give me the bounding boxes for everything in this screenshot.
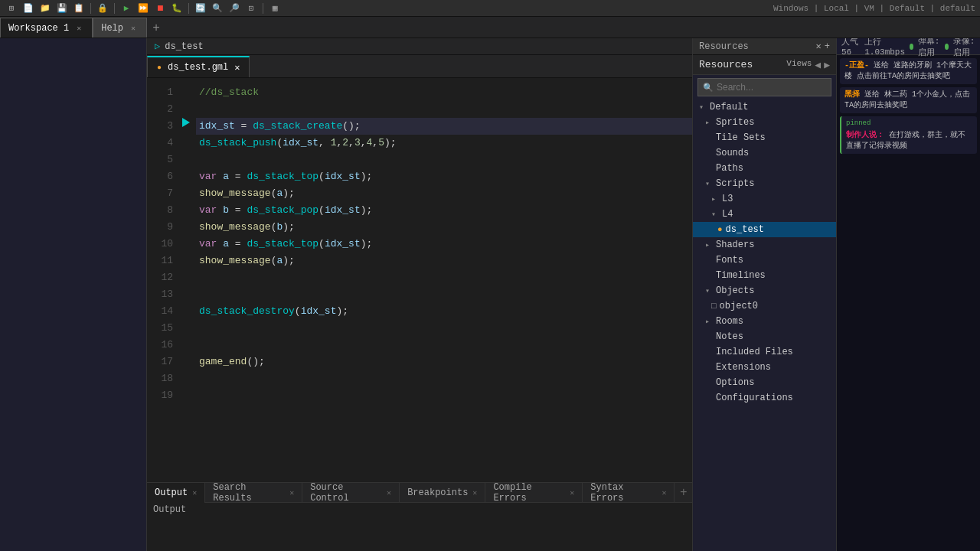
breakpoints-tab-close[interactable]: ✕ xyxy=(472,488,477,497)
output-tab-close[interactable]: ✕ xyxy=(192,488,197,497)
tree-arrow-l3: ▸ xyxy=(711,194,719,204)
source-control-tab[interactable]: Source Control ✕ xyxy=(302,483,400,503)
top-toolbar: ⊞ 📄 📁 💾 📋 🔒 ▶ ⏩ ⏹ 🐛 🔄 🔍 🔎 ⊡ ▦ Windows | … xyxy=(0,0,980,17)
tree-label-l4: L4 xyxy=(722,209,733,220)
file-tab-close[interactable]: ✕ xyxy=(234,62,240,73)
sep1 xyxy=(90,3,91,14)
tree-item-paths[interactable]: Paths xyxy=(693,161,836,176)
tree-item-extensions[interactable]: Extensions xyxy=(693,360,836,375)
resource-tree: ▾ Default ▸ Sprites Tile Sets Sounds xyxy=(693,99,836,406)
source-control-tab-label: Source Control xyxy=(310,482,382,504)
stop-icon[interactable]: ⏹ xyxy=(153,2,167,15)
resources-add-icon[interactable]: + xyxy=(825,41,830,52)
tree-label-objects: Objects xyxy=(716,285,754,296)
tree-label-options: Options xyxy=(716,377,754,388)
tree-item-scripts[interactable]: ▾ Scripts xyxy=(693,176,836,191)
tree-item-fonts[interactable]: Fonts xyxy=(693,253,836,268)
zoom-fit-icon[interactable]: ⊡ xyxy=(244,2,258,15)
code-editor[interactable]: //ds_stack idx_st = ds_stack_create(); d… xyxy=(196,78,692,482)
zoom-out-icon[interactable]: 🔎 xyxy=(227,2,241,15)
add-workspace-tab-button[interactable]: + xyxy=(147,19,165,37)
run-icon[interactable]: ▶ xyxy=(119,2,133,15)
tree-label-timelines: Timelines xyxy=(716,270,766,281)
resources-arrow-left-icon[interactable]: ◀ xyxy=(815,59,821,71)
chat-msg-1: -正盈- 送给 迷路的牙刷 1个摩天大楼 点击前往TA的房间去抽奖吧 xyxy=(840,58,977,84)
breakpoints-tab[interactable]: Breakpoints ✕ xyxy=(400,483,485,503)
tree-arrow-sprites: ▸ xyxy=(705,118,713,127)
resources-close-icon[interactable]: ✕ xyxy=(816,41,822,52)
search-box[interactable]: 🔍 xyxy=(697,78,831,96)
refresh-icon[interactable]: 🔄 xyxy=(194,2,207,15)
tree-item-shaders[interactable]: ▸ Shaders xyxy=(693,237,836,253)
open-icon[interactable]: 📁 xyxy=(38,2,52,15)
tree-label-default: Default xyxy=(710,102,748,112)
workspace-tab-1-close[interactable]: ✕ xyxy=(74,23,84,34)
add-bottom-tab-button[interactable]: + xyxy=(675,484,692,502)
tree-item-l4[interactable]: ▾ L4 xyxy=(693,207,836,222)
file-tab-label: ds_test.gml xyxy=(168,62,228,73)
search-input[interactable] xyxy=(717,82,826,93)
tree-arrow-default: ▾ xyxy=(699,103,707,112)
resources-arrow-right-icon[interactable]: ▶ xyxy=(824,59,830,71)
sep3 xyxy=(188,3,189,14)
compile-errors-tab[interactable]: Compile Errors ✕ xyxy=(485,483,583,503)
object-icon-object0: □ xyxy=(711,302,717,311)
home-icon[interactable]: ⊞ xyxy=(5,2,18,15)
step-icon[interactable]: ⏩ xyxy=(136,2,150,15)
code-container[interactable]: 12345 678910 1112131415 16171819 //ds_st… xyxy=(147,78,692,482)
resources-views-label: Views xyxy=(786,59,812,71)
tree-arrow-l4: ▾ xyxy=(711,210,719,219)
zoom-in-icon[interactable]: 🔍 xyxy=(211,2,224,15)
compile-errors-tab-close[interactable]: ✕ xyxy=(570,488,574,497)
source-control-tab-close[interactable]: ✕ xyxy=(387,488,391,497)
new-file-icon[interactable]: 📄 xyxy=(21,2,35,15)
tree-label-l3: L3 xyxy=(722,194,733,204)
people-count: 人气 56 xyxy=(841,38,860,57)
line-numbers: 12345 678910 1112131415 16171819 xyxy=(147,78,181,482)
speed-label: 上行 1.03mbps xyxy=(864,38,905,57)
tree-item-notes[interactable]: Notes xyxy=(693,329,836,344)
syntax-errors-tab[interactable]: Syntax Errors ✕ xyxy=(583,483,675,503)
workspace-tab-help[interactable]: Help ✕ xyxy=(93,18,147,37)
left-panel xyxy=(0,38,147,551)
lock-icon[interactable]: 🔒 xyxy=(96,2,109,15)
save-all-icon[interactable]: 📋 xyxy=(72,2,86,15)
tree-label-configurations: Configurations xyxy=(716,393,793,403)
tree-item-configurations[interactable]: Configurations xyxy=(693,390,836,406)
tree-item-tilesets[interactable]: Tile Sets xyxy=(693,130,836,145)
file-tab-ds-test[interactable]: ● ds_test.gml ✕ xyxy=(147,56,250,77)
workspace-tab-1[interactable]: Workspace 1 ✕ xyxy=(0,18,93,37)
tree-label-rooms: Rooms xyxy=(716,316,743,327)
breadcrumb-text: ds_test xyxy=(165,41,203,52)
tree-item-sounds[interactable]: Sounds xyxy=(693,145,836,161)
gutter xyxy=(181,78,196,482)
debug-icon[interactable]: 🐛 xyxy=(170,2,184,15)
workspace-tab-help-close[interactable]: ✕ xyxy=(128,23,139,34)
tree-item-options[interactable]: Options xyxy=(693,375,836,390)
save-icon[interactable]: 💾 xyxy=(55,2,69,15)
tree-arrow-scripts: ▾ xyxy=(705,179,713,188)
search-results-tab[interactable]: Search Results ✕ xyxy=(205,483,302,503)
resources-title-bar: Resources Views ◀ ▶ xyxy=(693,55,836,75)
tree-item-rooms[interactable]: ▸ Rooms xyxy=(693,314,836,329)
tree-item-sprites[interactable]: ▸ Sprites xyxy=(693,115,836,130)
chat-msg-2: 黑择 送给 林二药 1个小金人，点击TA的房间去抽奖吧 xyxy=(840,87,977,113)
tree-label-notes: Notes xyxy=(716,331,743,342)
output-tab[interactable]: Output ✕ xyxy=(147,483,205,503)
compile-errors-tab-label: Compile Errors xyxy=(493,482,565,504)
tree-item-ds-test[interactable]: ● ds_test xyxy=(693,222,836,237)
tree-item-timelines[interactable]: Timelines xyxy=(693,268,836,283)
tree-label-ds-test: ds_test xyxy=(726,224,764,235)
tree-item-included-files[interactable]: Included Files xyxy=(693,344,836,360)
breakpoints-tab-label: Breakpoints xyxy=(407,487,468,498)
editor-area: ▷ ds_test ● ds_test.gml ✕ 12345 678910 xyxy=(147,38,692,482)
tree-item-default[interactable]: ▾ Default xyxy=(693,99,836,115)
grid-icon[interactable]: ▦ xyxy=(268,2,282,15)
tree-item-object0[interactable]: □ object0 xyxy=(693,298,836,314)
tree-label-scripts: Scripts xyxy=(716,178,754,189)
search-results-tab-close[interactable]: ✕ xyxy=(289,488,294,497)
tree-item-objects[interactable]: ▾ Objects xyxy=(693,283,836,298)
tree-item-l3[interactable]: ▸ L3 xyxy=(693,191,836,207)
code-line-6: var a = ds_stack_top(idx_st); xyxy=(196,168,692,185)
syntax-errors-tab-close[interactable]: ✕ xyxy=(662,488,666,497)
